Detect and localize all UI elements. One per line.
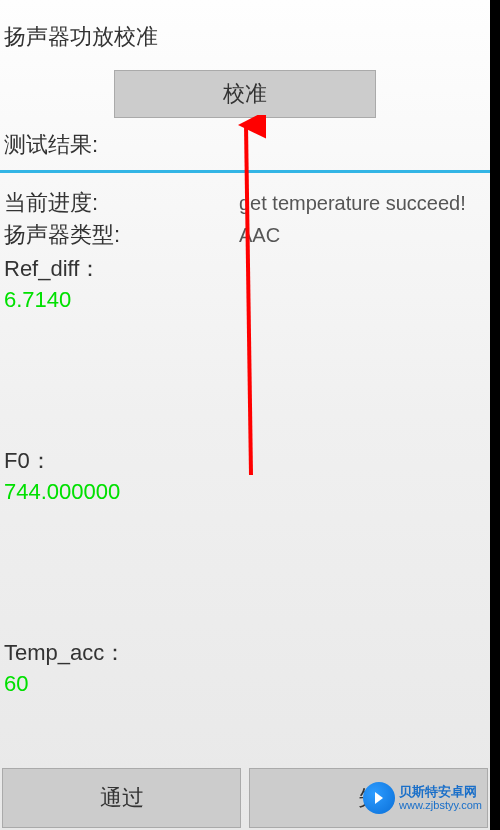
- temp-acc-label: Temp_acc：: [0, 637, 490, 669]
- calibrate-button[interactable]: 校准: [114, 70, 376, 118]
- screen-border: [490, 0, 500, 830]
- progress-value: get temperature succeed!: [239, 187, 486, 219]
- bottom-bar: 通过 失: [0, 768, 490, 830]
- ref-diff-label: Ref_diff：: [0, 253, 490, 285]
- speaker-type-label: 扬声器类型:: [4, 219, 239, 251]
- test-result-label: 测试结果:: [0, 118, 490, 166]
- fail-button[interactable]: 失: [249, 768, 488, 828]
- divider: [0, 170, 490, 173]
- pass-button[interactable]: 通过: [2, 768, 241, 828]
- ref-diff-value: 6.7140: [0, 285, 490, 315]
- page-title: 扬声器功放校准: [0, 0, 490, 52]
- f0-label: F0：: [0, 445, 490, 477]
- progress-label: 当前进度:: [4, 187, 239, 219]
- f0-value: 744.000000: [0, 477, 490, 507]
- speaker-type-value: AAC: [239, 219, 486, 251]
- temp-acc-value: 60: [0, 669, 490, 699]
